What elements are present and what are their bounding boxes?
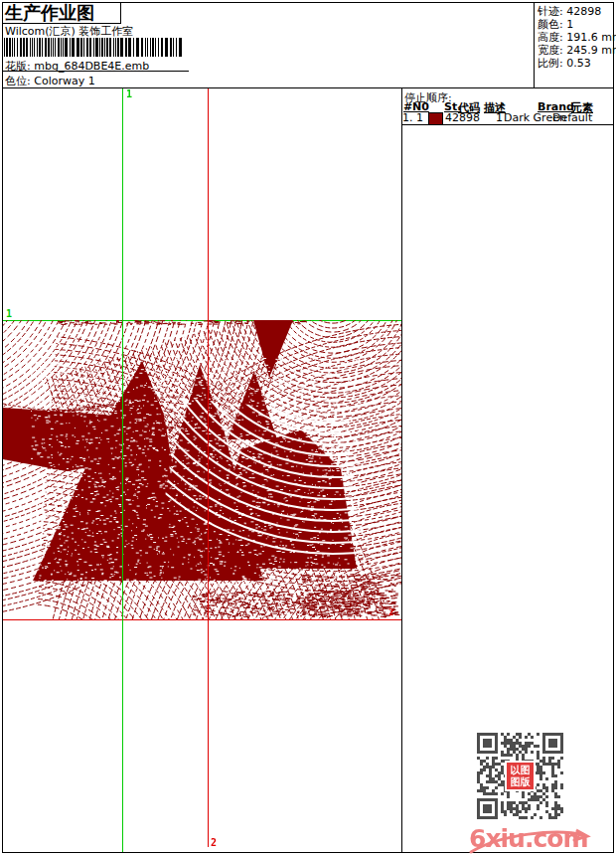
start-label-top: 1: [126, 88, 132, 99]
row-brand: Default: [552, 111, 592, 124]
row-stitches: 42898: [445, 111, 480, 124]
pattern-row-divider: [2, 71, 189, 72]
design-barcode: [4, 38, 185, 57]
end-vertical-guide: [208, 88, 209, 847]
embroidery-design-preview: [3, 320, 401, 619]
watermark: 6xiu.com: [467, 822, 596, 854]
end-horizontal-guide: [3, 619, 401, 620]
colorway-label: 色位:: [5, 75, 31, 87]
row-code: 1: [496, 111, 503, 124]
colorway-row: 色位: Colorway 1: [5, 74, 95, 88]
end-label-on-line: 2: [388, 607, 393, 617]
start-label-left: 1: [6, 308, 12, 319]
end-label-bottom: 2: [211, 837, 217, 848]
colorway-value: Colorway 1: [34, 75, 94, 87]
design-info-box: 针迹: 42898 颜色: 1 高度: 191.6 mm 宽度: 245.9 m…: [538, 5, 613, 70]
watermark-site: 6xiu.com: [469, 824, 587, 853]
panel-divider: [401, 87, 402, 852]
height-row: 高度: 191.6 mm: [538, 31, 613, 44]
table-bottom-line: [401, 124, 614, 125]
stitch-count-row: 针迹: 42898: [538, 5, 613, 18]
scale-row: 比例: 0.53: [538, 57, 613, 70]
production-worksheet-page: 生产作业图 Wilcom(汇京) 装饰工作室 花版: mbg_684DBE4E.…: [0, 0, 616, 855]
header-separator: [2, 87, 613, 88]
start-vertical-guide: [122, 88, 123, 852]
company-name: Wilcom(汇京) 装饰工作室: [5, 24, 133, 39]
info-box-divider: [534, 2, 535, 87]
width-row: 宽度: 245.9 mm: [538, 44, 613, 57]
page-title: 生产作业图: [2, 2, 121, 24]
qr-code: [477, 733, 563, 819]
color-count-row: 颜色: 1: [538, 18, 613, 31]
row-seq: 1.: [402, 111, 413, 124]
row-needle: 1: [416, 111, 423, 124]
